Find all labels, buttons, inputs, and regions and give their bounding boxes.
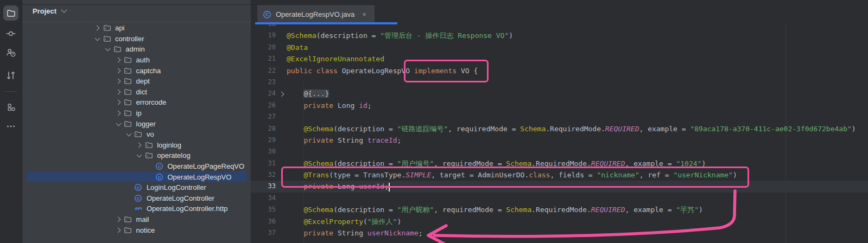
code-text: @ExcelIgnoreUnannotated — [287, 53, 868, 65]
tree-item-logger[interactable]: logger — [27, 118, 247, 129]
chevron-right-icon[interactable] — [115, 68, 121, 73]
tree-item-controller[interactable]: controller — [27, 34, 247, 44]
code-area[interactable]: 1819@Schema(description = "管理后台 - 操作日志 R… — [251, 24, 868, 243]
chevron-down-icon[interactable] — [137, 152, 142, 158]
tree-item-auth[interactable]: auth — [27, 55, 247, 66]
tree-item-loginlogcontroller[interactable]: CLoginLogController — [27, 182, 247, 193]
project-folder-icon[interactable] — [3, 5, 18, 21]
chevron-right-icon[interactable] — [115, 111, 121, 116]
code-line-33[interactable]: 33private Long userId; — [251, 181, 868, 192]
tree-item-captcha[interactable]: captcha — [27, 65, 247, 76]
api-file-icon: API — [134, 204, 143, 213]
chevron-right-icon[interactable] — [115, 57, 121, 63]
line-number[interactable]: 37 — [251, 227, 276, 239]
code-line-30[interactable]: 30 — [251, 146, 868, 157]
chevron-down-icon[interactable] — [116, 120, 121, 126]
line-number[interactable]: 22 — [251, 65, 276, 76]
line-number[interactable]: 33 — [251, 181, 276, 192]
code-line-19[interactable]: 19@Schema(description = "管理后台 - 操作日志 Res… — [251, 30, 868, 41]
chevron-right-icon[interactable] — [115, 89, 121, 94]
line-number[interactable]: 24 — [251, 88, 276, 99]
line-number[interactable]: 23 — [251, 76, 276, 88]
tree-item-mail[interactable]: mail — [27, 214, 247, 225]
folder-icon — [103, 34, 111, 43]
tree-item-operatelogrespvo[interactable]: COperateLogRespVO — [27, 171, 247, 182]
tree-item-label: dept — [136, 77, 150, 85]
tab-operatelogrespvo[interactable]: C OperateLogRespVO.java × — [257, 4, 375, 24]
chevron-right-icon[interactable] — [136, 142, 142, 148]
tree-item-dept[interactable]: dept — [27, 76, 247, 87]
code-with-me-icon[interactable]: ? — [3, 45, 18, 60]
code-line-23[interactable]: 23 — [251, 76, 868, 88]
code-line-37[interactable]: 37private String userNickname; — [251, 227, 868, 239]
tree-item-admin[interactable]: admin — [27, 44, 247, 55]
tree-item-operatelog[interactable]: operatelog — [27, 150, 247, 161]
chevron-right-icon[interactable] — [115, 100, 121, 105]
tree-item-operatelogcontroller-http[interactable]: APIOperateLogController.http — [27, 203, 247, 214]
line-number[interactable]: 21 — [251, 53, 276, 65]
code-line-20[interactable]: 20@Data — [251, 42, 868, 53]
tree-item-label: operatelog — [157, 151, 190, 159]
commit-icon[interactable] — [3, 26, 18, 41]
line-number[interactable]: 19 — [251, 30, 276, 41]
folder-icon — [124, 77, 132, 86]
editor: C OperateLogRespVO.java × 1819@Schema(de… — [251, 0, 868, 243]
tree-item-api[interactable]: api — [27, 23, 247, 34]
code-line-32[interactable]: 32@Trans(type = TransType.SIMPLE, target… — [251, 169, 868, 181]
folded-region-chip[interactable]: @{...} — [303, 89, 329, 98]
line-number[interactable]: 34 — [251, 193, 276, 204]
code-line-36[interactable]: 36@ExcelProperty("操作人") — [251, 216, 868, 227]
code-line-28[interactable]: 28@Schema(description = "链路追踪编号", requir… — [251, 123, 868, 135]
code-line-22[interactable]: 22public class OperateLogRespVO implemen… — [251, 65, 868, 76]
code-line-27[interactable]: 27 — [251, 111, 868, 123]
folder-icon — [124, 109, 132, 118]
chevron-down-icon[interactable] — [95, 35, 100, 41]
code-line-35[interactable]: 35@Schema(description = "用户昵称", required… — [251, 204, 868, 215]
line-number[interactable]: 36 — [251, 216, 276, 227]
project-panel-header[interactable]: Project — [22, 0, 251, 22]
tree-item-dict[interactable]: dict — [27, 87, 247, 98]
line-number[interactable]: 32 — [251, 169, 276, 181]
tree-item-notice[interactable]: notice — [27, 225, 247, 235]
folder-icon — [124, 119, 132, 128]
line-number[interactable]: 27 — [251, 111, 276, 123]
chevron-right-icon[interactable] — [115, 227, 121, 233]
code-text — [287, 24, 868, 30]
line-number[interactable]: 18 — [251, 24, 276, 30]
tree-item-label: dict — [136, 88, 147, 96]
tree-item-operatelogpagereqvo[interactable]: COperateLogPageReqVO — [27, 161, 247, 172]
close-icon[interactable]: × — [362, 11, 366, 18]
code-line-31[interactable]: 31@Schema(description = "用户编号", required… — [251, 158, 868, 169]
code-line-21[interactable]: 21@ExcelIgnoreUnannotated — [251, 53, 868, 65]
line-number[interactable]: 35 — [251, 204, 276, 215]
project-panel-title: Project — [33, 7, 56, 15]
chevron-down-icon[interactable] — [126, 131, 131, 137]
pull-requests-icon[interactable] — [3, 68, 18, 83]
tree-item-ip[interactable]: ip — [27, 108, 247, 119]
chevron-right-icon[interactable] — [115, 79, 121, 84]
tree-item-errorcode[interactable]: errorcode — [27, 97, 247, 108]
code-line-26[interactable]: 26private Long id; — [251, 100, 868, 111]
code-line-18[interactable]: 18 — [251, 24, 868, 30]
line-number[interactable]: 28 — [251, 123, 276, 135]
more-icon[interactable] — [3, 119, 18, 134]
structure-icon[interactable] — [3, 99, 18, 114]
tree-item-operatelogcontroller[interactable]: COperateLogController — [27, 193, 247, 204]
code-line-24[interactable]: 24@{...} — [251, 88, 868, 99]
code-text — [287, 193, 868, 204]
line-number[interactable]: 31 — [251, 158, 276, 169]
code-text — [287, 76, 868, 88]
line-number[interactable]: 26 — [251, 100, 276, 111]
line-number[interactable]: 20 — [251, 42, 276, 53]
tree-item-loginlog[interactable]: loginlog — [27, 140, 247, 151]
tree-item-vo[interactable]: vo — [27, 129, 247, 140]
tree-item-label: controller — [115, 35, 144, 43]
code-line-34[interactable]: 34 — [251, 193, 868, 204]
chevron-right-icon[interactable] — [115, 217, 121, 222]
line-number[interactable]: 29 — [251, 135, 276, 146]
chevron-right-icon[interactable] — [94, 25, 100, 31]
line-number[interactable]: 30 — [251, 146, 276, 157]
chevron-down-icon[interactable] — [105, 46, 111, 52]
fold-chevron-icon[interactable] — [278, 91, 284, 97]
code-line-29[interactable]: 29private String traceId; — [251, 135, 868, 146]
